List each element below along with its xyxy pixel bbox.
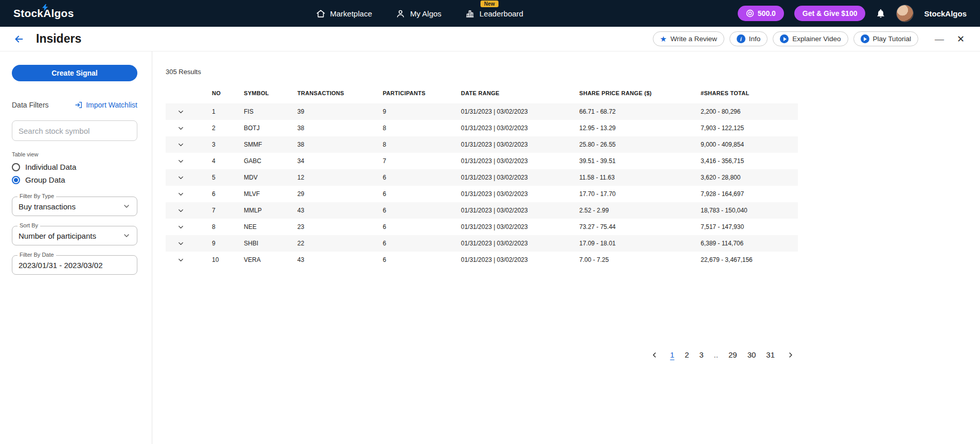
chevron-down-icon	[177, 125, 185, 132]
minimize-button[interactable]: —	[933, 32, 946, 46]
expand-row-button[interactable]	[166, 223, 212, 231]
pagination-page[interactable]: 29	[727, 349, 739, 360]
cell-share-price-range: 17.70 - 17.70	[579, 190, 701, 198]
filter-by-date-input[interactable]: Filter By Date 2023/01/31 - 2023/03/02	[12, 255, 137, 275]
page-header: Insiders ★ Write a Review i Info Explain…	[0, 27, 980, 51]
explainer-video-button[interactable]: Explainer Video	[773, 31, 848, 46]
pagination-page[interactable]: 31	[764, 349, 776, 360]
credits-pill[interactable]: 500.0	[738, 6, 784, 21]
cell-symbol: NEE	[244, 223, 297, 230]
info-button[interactable]: i Info	[729, 31, 768, 46]
table-row[interactable]: 3 SMMF 38 8 01/31/2023 | 03/02/2023 25.8…	[166, 136, 798, 153]
nav-menu: Marketplace My Algos New Leaderboard	[316, 9, 524, 19]
play-tutorial-button[interactable]: Play Tutorial	[853, 31, 918, 46]
expand-row-button[interactable]	[166, 141, 212, 149]
play-circle-icon	[861, 34, 869, 43]
coin-icon	[746, 9, 754, 17]
cell-no: 8	[212, 223, 244, 230]
cell-date-range: 01/31/2023 | 03/02/2023	[461, 157, 579, 165]
cell-transactions: 43	[297, 207, 383, 214]
cell-symbol: FIS	[244, 108, 297, 115]
get-and-give-button[interactable]: Get & Give $100	[794, 6, 866, 21]
table-row[interactable]: 1 FIS 39 9 01/31/2023 | 03/02/2023 66.71…	[166, 103, 798, 120]
cell-shares-total: 6,389 - 114,706	[701, 240, 798, 247]
nav-right-section: 500.0 Get & Give $100 StockAlgos	[738, 5, 967, 22]
pagination: 123..293031	[166, 349, 798, 360]
table-row[interactable]: 7 MMLP 43 6 01/31/2023 | 03/02/2023 2.52…	[166, 202, 798, 219]
chevron-right-icon	[787, 351, 795, 359]
import-watchlist-link[interactable]: Import Watchlist	[75, 101, 137, 109]
close-button[interactable]: ✕	[955, 32, 967, 46]
user-avatar[interactable]	[896, 5, 914, 22]
cell-date-range: 01/31/2023 | 03/02/2023	[461, 240, 579, 247]
expand-row-button[interactable]	[166, 108, 212, 116]
field-label: Sort By	[17, 222, 40, 228]
table-row[interactable]: 6 MLVF 29 6 01/31/2023 | 03/02/2023 17.7…	[166, 186, 798, 202]
column-header-symbol: SYMBOL	[244, 90, 297, 96]
radio-icon	[12, 176, 20, 184]
expand-row-button[interactable]	[166, 157, 212, 165]
cell-shares-total: 2,200 - 80,296	[701, 108, 798, 115]
nav-item-leaderboard[interactable]: New Leaderboard	[465, 9, 523, 19]
new-badge: New	[480, 1, 498, 7]
chevron-down-icon	[177, 240, 185, 247]
cell-participants: 9	[383, 108, 461, 115]
nav-item-my-algos[interactable]: My Algos	[396, 9, 441, 19]
cell-share-price-range: 2.52 - 2.99	[579, 207, 701, 214]
pagination-page[interactable]: 1	[669, 349, 676, 360]
cell-symbol: SMMF	[244, 141, 297, 148]
table-row[interactable]: 8 NEE 23 6 01/31/2023 | 03/02/2023 73.27…	[166, 219, 798, 235]
table-row[interactable]: 4 GABC 34 7 01/31/2023 | 03/02/2023 39.5…	[166, 153, 798, 169]
pagination-page[interactable]: 2	[683, 349, 690, 360]
cell-no: 4	[212, 157, 244, 165]
brand-logo[interactable]: StockAlgos	[13, 7, 74, 20]
action-label: Info	[749, 35, 761, 43]
table-row[interactable]: 5 MDV 12 6 01/31/2023 | 03/02/2023 11.58…	[166, 169, 798, 186]
table-row[interactable]: 9 SHBI 22 6 01/31/2023 | 03/02/2023 17.0…	[166, 235, 798, 252]
expand-row-button[interactable]	[166, 240, 212, 247]
cell-share-price-range: 7.00 - 7.25	[579, 256, 701, 263]
back-button[interactable]	[13, 33, 25, 45]
radio-individual-data[interactable]: Individual Data	[12, 163, 137, 171]
write-review-button[interactable]: ★ Write a Review	[653, 31, 724, 46]
next-page-button[interactable]	[783, 351, 798, 359]
expand-row-button[interactable]	[166, 256, 212, 264]
action-label: Play Tutorial	[873, 35, 911, 43]
sort-by-select[interactable]: Sort By Number of participants	[12, 226, 137, 245]
cell-shares-total: 18,783 - 150,040	[701, 207, 798, 214]
expand-row-button[interactable]	[166, 125, 212, 132]
cell-date-range: 01/31/2023 | 03/02/2023	[461, 108, 579, 115]
create-signal-button[interactable]: Create Signal	[12, 65, 137, 81]
filter-by-type-select[interactable]: Filter By Type Buy transactions	[12, 197, 137, 216]
star-icon: ★	[660, 35, 667, 43]
cell-shares-total: 22,679 - 3,467,156	[701, 256, 798, 263]
cell-no: 6	[212, 190, 244, 198]
nav-item-marketplace[interactable]: Marketplace	[316, 9, 372, 19]
pagination-page[interactable]: 3	[698, 349, 705, 360]
table-row[interactable]: 2 BOTJ 38 8 01/31/2023 | 03/02/2023 12.9…	[166, 120, 798, 136]
column-header-participants: PARTICIPANTS	[383, 90, 461, 96]
chevron-down-icon	[177, 108, 185, 116]
pagination-page[interactable]: ..	[712, 349, 720, 360]
nav-item-label: Marketplace	[330, 9, 372, 18]
cell-share-price-range: 12.95 - 13.29	[579, 125, 701, 132]
search-input[interactable]	[12, 120, 137, 141]
expand-row-button[interactable]	[166, 190, 212, 198]
chevron-left-icon	[650, 351, 658, 359]
cell-no: 9	[212, 240, 244, 247]
table-row[interactable]: 10 VERA 43 6 01/31/2023 | 03/02/2023 7.0…	[166, 252, 798, 268]
radio-label: Group Data	[25, 175, 65, 184]
radio-label: Individual Data	[25, 163, 76, 171]
column-header-date-range: DATE RANGE	[461, 90, 579, 96]
bell-icon	[876, 8, 886, 19]
expand-row-button[interactable]	[166, 207, 212, 215]
expand-row-button[interactable]	[166, 174, 212, 182]
import-watchlist-label: Import Watchlist	[86, 101, 137, 109]
cell-share-price-range: 17.09 - 18.01	[579, 240, 701, 247]
previous-page-button[interactable]	[647, 351, 662, 359]
radio-group-data[interactable]: Group Data	[12, 175, 137, 184]
credits-value: 500.0	[758, 9, 776, 17]
notifications-bell[interactable]	[876, 8, 886, 19]
pagination-page[interactable]: 30	[746, 349, 758, 360]
cell-shares-total: 7,903 - 122,125	[701, 125, 798, 132]
